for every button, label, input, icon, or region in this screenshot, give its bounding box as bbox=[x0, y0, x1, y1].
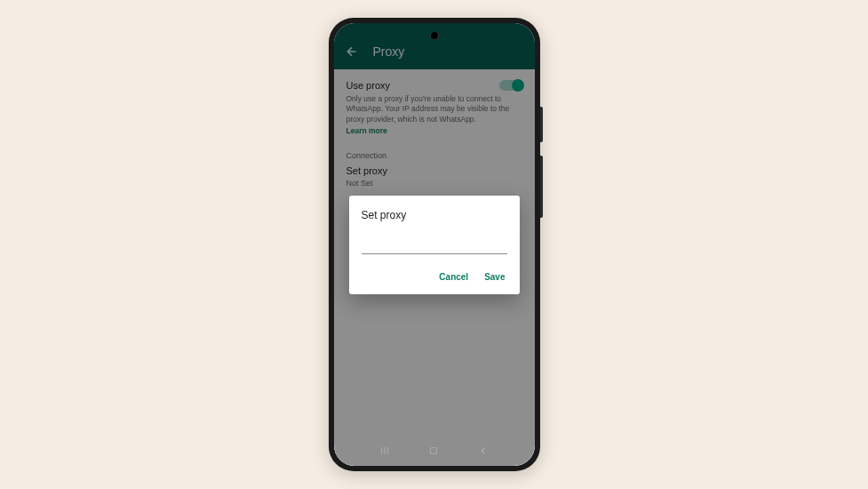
android-nav-bar bbox=[334, 436, 535, 466]
phone-screen: Proxy Use proxy Only use a proxy if you'… bbox=[334, 23, 535, 466]
proxy-input[interactable] bbox=[362, 239, 507, 254]
home-icon[interactable] bbox=[427, 445, 440, 457]
modal-overlay[interactable]: Set proxy Cancel Save bbox=[334, 23, 535, 466]
back-icon[interactable] bbox=[477, 445, 490, 457]
phone-side-button bbox=[540, 156, 543, 218]
phone-frame: Proxy Use proxy Only use a proxy if you'… bbox=[329, 18, 540, 471]
dialog-title: Set proxy bbox=[362, 209, 507, 221]
camera-notch bbox=[430, 31, 439, 40]
cancel-button[interactable]: Cancel bbox=[437, 269, 470, 285]
dialog-actions: Cancel Save bbox=[362, 269, 507, 285]
recents-icon[interactable] bbox=[378, 445, 391, 457]
save-button[interactable]: Save bbox=[482, 269, 506, 285]
set-proxy-dialog: Set proxy Cancel Save bbox=[349, 196, 520, 294]
svg-rect-3 bbox=[431, 448, 437, 454]
phone-side-button bbox=[540, 107, 543, 142]
